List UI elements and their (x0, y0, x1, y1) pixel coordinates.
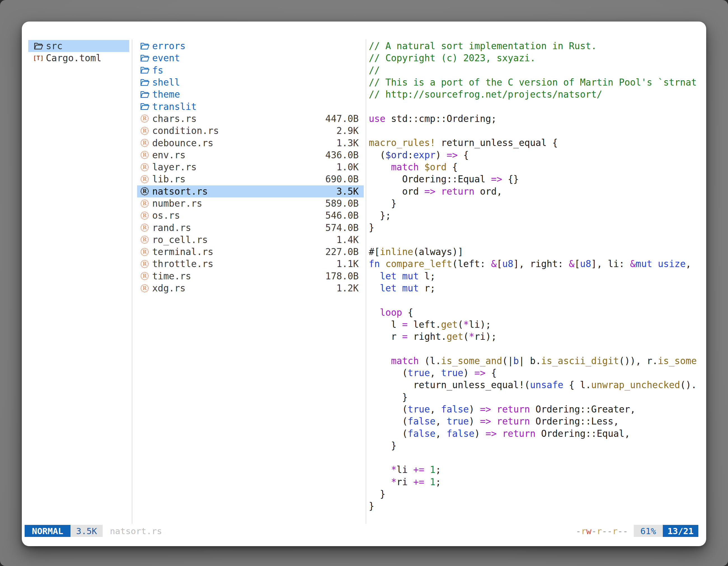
cursor-position: 13/21 (663, 525, 698, 537)
file-row-throttle.rs[interactable]: Rthrottle.rs1.1K (137, 258, 364, 270)
code-token: , (435, 428, 447, 439)
file-name: errors (152, 41, 185, 51)
file-row-translit[interactable]: translit (137, 100, 364, 112)
file-row-env.rs[interactable]: Renv.rs436.0B (137, 149, 364, 161)
perm-char: - (576, 526, 581, 536)
code-token: inline (380, 247, 413, 257)
yazi-window: src[T]Cargo.toml errorseventfsshelltheme… (22, 22, 706, 546)
svg-text:R: R (143, 285, 147, 291)
file-row-theme[interactable]: theme (137, 88, 364, 100)
code-token (369, 283, 380, 293)
file-row-natsort.rs[interactable]: Rnatsort.rs3.5K (137, 186, 364, 198)
file-row-event[interactable]: event (137, 52, 364, 64)
code-token (652, 259, 658, 269)
code-token: fn (369, 259, 380, 269)
preview-pane[interactable]: // A natural sort implementation in Rust… (369, 40, 702, 512)
folder-open-icon (140, 65, 149, 75)
perm-char: r (612, 526, 618, 536)
code-token: return (441, 186, 474, 197)
code-token: mut (402, 283, 419, 293)
svg-text:[T]: [T] (34, 55, 43, 62)
file-name: ro_cell.rs (152, 234, 208, 245)
current-pane[interactable]: errorseventfsshellthemetranslitRchars.rs… (137, 40, 364, 294)
rust-icon: R (140, 283, 149, 293)
code-token: unsafe (530, 379, 563, 390)
code-token: get (447, 331, 463, 342)
file-row-fs[interactable]: fs (137, 64, 364, 76)
code-token: Ordering::Equal, (536, 428, 630, 439)
file-row-shell[interactable]: shell (137, 76, 364, 88)
file-row-os.rs[interactable]: Ros.rs546.0B (137, 210, 364, 222)
code-token: ) (475, 428, 486, 439)
file-row-terminal.rs[interactable]: Rterminal.rs227.0B (137, 246, 364, 258)
code-token: li); (469, 319, 491, 330)
code-token: false (408, 428, 435, 439)
file-name: src (46, 41, 63, 51)
file-row-lib.rs[interactable]: Rlib.rs690.0B (137, 173, 364, 185)
code-line: } (369, 488, 702, 500)
code-token: // (369, 65, 380, 76)
code-token: usize (658, 259, 685, 269)
file-row-Cargo.toml[interactable]: [T]Cargo.toml (28, 52, 129, 64)
status-bar: NORMAL 3.5K natsort.rs -rw-r--r-- 61% 13… (25, 525, 698, 537)
file-row-debounce.rs[interactable]: Rdebounce.rs1.3K (137, 137, 364, 149)
code-token (491, 404, 497, 415)
code-token: ) (463, 367, 475, 378)
code-token: ri); (475, 331, 497, 342)
file-row-layer.rs[interactable]: Rlayer.rs1.0K (137, 161, 364, 173)
file-size: 447.0B (325, 113, 361, 124)
code-token: // A natural sort implementation in Rust… (369, 41, 597, 51)
code-token: {} (502, 174, 519, 185)
rust-icon: R (140, 211, 149, 220)
folder-open-icon (34, 41, 43, 51)
code-token: }; (369, 210, 391, 221)
svg-text:R: R (143, 152, 147, 158)
code-token: false (447, 428, 474, 439)
code-token: * (391, 464, 396, 475)
rust-icon: R (140, 114, 149, 123)
code-token: (). (680, 379, 697, 390)
code-token: => (424, 186, 436, 197)
file-row-ro_cell.rs[interactable]: Rro_cell.rs1.4K (137, 234, 364, 246)
file-row-chars.rs[interactable]: Rchars.rs447.0B (137, 113, 364, 125)
code-token: ) (469, 404, 480, 415)
code-token: (| (502, 355, 513, 366)
code-line: (false, false) => return Ordering::Equal… (369, 427, 702, 440)
file-size: 2.9K (337, 125, 361, 136)
code-line: }; (369, 210, 702, 222)
code-token: : (408, 150, 413, 161)
parent-pane[interactable]: src[T]Cargo.toml (28, 40, 129, 64)
svg-text:R: R (143, 213, 147, 219)
perm-char: w (586, 526, 591, 536)
file-size: 574.0B (325, 222, 361, 233)
file-row-condition.rs[interactable]: Rcondition.rs2.9K (137, 125, 364, 137)
code-line: // This is a port of the C version of Ma… (369, 76, 702, 88)
code-line: match $ord { (369, 161, 702, 173)
code-line: (false, true) => return Ordering::Less, (369, 415, 702, 427)
code-token: ( (458, 319, 463, 330)
code-token: // This is a port of the C version of Ma… (369, 77, 697, 88)
perm-char: -- (617, 526, 628, 536)
code-token (369, 162, 391, 173)
code-token: ) (435, 150, 447, 161)
rust-icon: R (140, 175, 149, 184)
code-token (491, 416, 497, 427)
code-token (424, 476, 430, 487)
code-token: => (475, 367, 486, 378)
code-token: // Copyright (c) 2023, sxyazi. (369, 53, 536, 64)
code-line: } (369, 391, 702, 403)
file-row-number.rs[interactable]: Rnumber.rs589.0B (137, 198, 364, 210)
file-row-time.rs[interactable]: Rtime.rs178.0B (137, 270, 364, 282)
file-row-errors[interactable]: errors (137, 40, 364, 52)
code-token: = (402, 331, 408, 342)
code-token: std::cmp::Ordering; (386, 113, 497, 124)
file-row-xdg.rs[interactable]: Rxdg.rs1.2K (137, 282, 364, 294)
code-token: is_some_and (441, 355, 502, 366)
file-name: event (152, 53, 180, 64)
rust-icon: R (140, 271, 149, 281)
file-size: 1.0K (337, 162, 361, 173)
file-row-src[interactable]: src (28, 40, 129, 52)
code-line: // http://sourcefrog.net/projects/natsor… (369, 88, 702, 100)
file-row-rand.rs[interactable]: Rrand.rs574.0B (137, 222, 364, 234)
rust-icon: R (140, 163, 149, 172)
